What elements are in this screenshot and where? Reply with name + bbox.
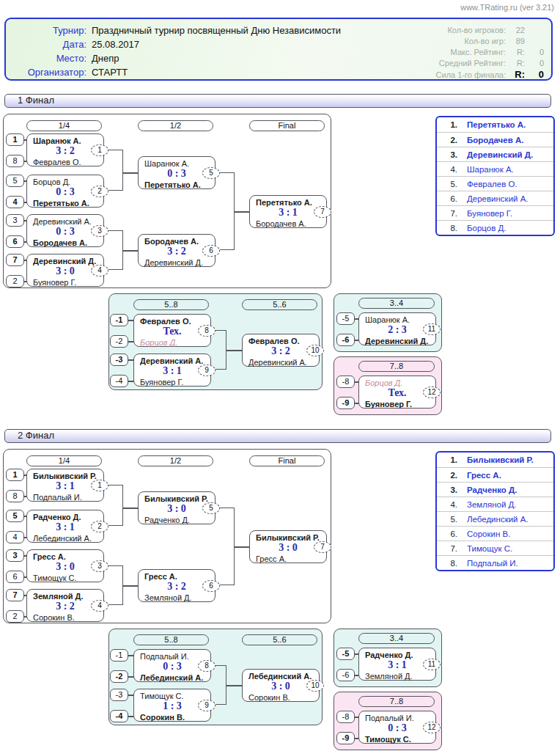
match-box-qf2: Борцов Д. 0 : 3 Перетятько А. 2 — [26, 175, 104, 208]
seed-box: -9 — [336, 397, 355, 409]
match-number: 2 — [91, 521, 108, 532]
match-number: 10 — [306, 680, 324, 692]
seed-box: 6 — [6, 571, 24, 583]
standings-row: 6.Сорокин В. — [437, 526, 553, 541]
connector — [215, 508, 235, 585]
player-top: Подпалый И. — [134, 651, 210, 662]
match-number: 12 — [423, 722, 441, 733]
section-title-bar: 1 Финал — [4, 94, 551, 108]
standings-row: 3.Деревинский Д. — [437, 147, 553, 161]
player-top: Билыкивский Р. — [250, 532, 326, 543]
standings-row: 4.Земляной Д. — [437, 497, 553, 511]
stat-max-rating: Макс. Рейтинг:R:0 — [419, 46, 544, 57]
player-top: Борцов Д. — [359, 378, 435, 388]
round-label-7-8: 7..8 — [358, 361, 435, 372]
seed-box: -4 — [110, 375, 128, 387]
seed-box: 8 — [6, 490, 24, 502]
player-bottom: Лебединский А. — [27, 533, 103, 543]
match-number: 7 — [314, 541, 331, 553]
standings-row: 8.Борцов Д. — [437, 220, 553, 235]
player-bottom: Лебединский А. — [134, 673, 210, 683]
match-box-place34: Радченко Д. 3 : 1 Земляной Д. 11 — [358, 648, 436, 681]
match-number: 8 — [198, 660, 215, 672]
section-title-bar: 2 Финал — [4, 429, 551, 443]
player-top: Февралев О. — [134, 316, 210, 326]
player-bottom: Тимощук С. — [359, 734, 435, 744]
match-box-sf2: Гресс А. 3 : 2 Земляной Д. 6 — [138, 569, 215, 602]
field-value-date: 25.08.2017 — [92, 39, 139, 50]
seed-box: 8 — [6, 155, 24, 167]
tournament-info-box: Турнир:Праздничный турнир посвященный Дн… — [4, 18, 553, 81]
round-label-3-4: 3..4 — [358, 633, 435, 644]
seed-box: 4 — [6, 531, 24, 543]
player-bottom: Буяновер Г. — [134, 377, 210, 387]
round-label-semifinal: 1/2 — [138, 455, 213, 466]
stat-players: Кол-во игроков:22 — [419, 24, 544, 35]
match-box-qf2: Радченко Д. 3 : 1 Лебединский А. 2 — [26, 510, 104, 543]
match-number: 3 — [91, 225, 108, 237]
connector — [104, 150, 123, 191]
player-bottom: Деревинский А. — [243, 357, 319, 367]
match-number: 2 — [91, 186, 108, 197]
match-number: 11 — [423, 323, 441, 335]
field-label-tournament: Турнир: — [13, 25, 86, 36]
field-label-place: Место: — [13, 53, 86, 64]
match-number: 7 — [314, 206, 331, 218]
match-box-place34: Шаранюк А. 2 : 3 Деревинский Д. 11 — [358, 312, 436, 345]
player-top: Лебединский А. — [243, 671, 319, 681]
match-number: 9 — [198, 364, 215, 376]
standings-row: 1.Билыкивский Р. — [437, 453, 553, 467]
player-top: Февралев О. — [243, 336, 319, 346]
player-bottom: Сорокин В. — [134, 712, 210, 722]
player-bottom: Буяновер Г. — [27, 277, 103, 287]
standings-row: 6.Деревинский А. — [437, 191, 553, 205]
connector — [104, 485, 123, 526]
player-top: Земляной Д. — [27, 591, 103, 601]
standings-row: 4.Шаранюк А. — [437, 161, 553, 176]
section-title: 2 Финал — [18, 430, 54, 441]
seed-box: -1 — [110, 314, 128, 326]
connector — [211, 665, 226, 705]
player-bottom: Тимощук С. — [27, 573, 103, 583]
player-top: Билыкивский Р. — [27, 471, 103, 481]
seed-box: -3 — [110, 689, 128, 701]
connector — [215, 172, 235, 250]
connector — [211, 330, 226, 370]
stat-games: Кол-во игр:89 — [419, 35, 544, 46]
player-bottom: Деревинский Д. — [139, 257, 215, 268]
player-top: Шаранюк А. — [27, 136, 103, 146]
player-bottom: Радченко Д. — [139, 515, 215, 525]
match-box-qf4: Деревинский Д. 3 : 0 Буяновер Г. 4 — [26, 254, 104, 287]
seed-box: 2 — [6, 275, 24, 287]
seed-box: 2 — [6, 610, 24, 623]
match-number: 5 — [202, 167, 220, 179]
player-top: Деревинский Д. — [27, 256, 103, 266]
round-label-5-6: 5..6 — [242, 299, 317, 310]
tournament-info-fields: Турнир:Праздничный турнир посвященный Дн… — [13, 23, 341, 79]
seed-box: -6 — [336, 669, 355, 681]
match-box-qf4: Земляной Д. 3 : 2 Сорокин В. 4 — [26, 589, 104, 622]
round-label-final: Final — [249, 455, 325, 466]
player-top: Шаранюк А. — [139, 158, 215, 169]
seed-box: -4 — [110, 710, 128, 722]
round-label-3-4: 3..4 — [358, 298, 435, 309]
standings-row: 5.Февралев О. — [437, 176, 553, 191]
player-bottom: Бородачев А. — [27, 238, 103, 248]
connector — [104, 230, 123, 270]
player-bottom: Перетятько А. — [139, 180, 215, 190]
player-top: Перетятько А. — [250, 197, 326, 208]
match-box-qf1: Билыкивский Р. 3 : 1 Подпалый И. 1 — [26, 469, 104, 502]
standings-row: 3.Радченко Д. — [437, 482, 553, 497]
match-box-sf1: Шаранюк А. 0 : 3 Перетятько А. 5 — [138, 156, 215, 189]
player-top: Гресс А. — [139, 571, 215, 582]
standings-row: 2.Бородачев А. — [437, 132, 553, 147]
player-bottom: Буяновер Г. — [359, 399, 435, 409]
match-number: 4 — [91, 600, 108, 612]
round-label-final: Final — [249, 120, 325, 131]
round-label-5-8: 5..8 — [133, 299, 209, 310]
field-value-organizer: СТАРТТ — [92, 67, 128, 78]
seed-box: 6 — [6, 235, 24, 248]
stat-final1-strength: Сила 1-го финала:R:0 — [419, 68, 544, 81]
match-number: 5 — [202, 502, 220, 514]
seed-box: -5 — [336, 648, 355, 660]
